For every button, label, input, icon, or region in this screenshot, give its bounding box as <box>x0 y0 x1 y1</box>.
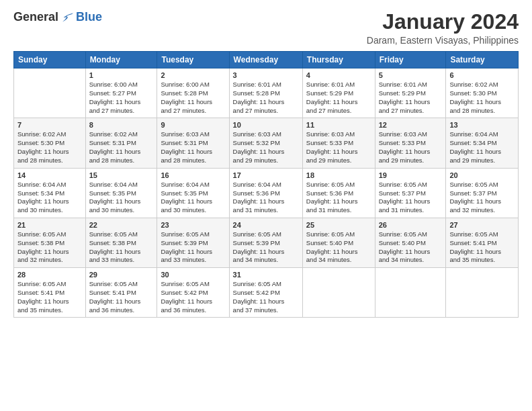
calendar-cell: 4Sunrise: 6:01 AM Sunset: 5:29 PM Daylig… <box>302 68 375 118</box>
day-number: 17 <box>233 171 299 179</box>
day-number: 25 <box>306 221 371 229</box>
day-number: 14 <box>17 171 82 179</box>
calendar-header-saturday: Saturday <box>446 52 519 68</box>
day-number: 29 <box>89 271 154 279</box>
calendar-cell: 10Sunrise: 6:03 AM Sunset: 5:32 PM Dayli… <box>229 118 302 168</box>
calendar-cell: 15Sunrise: 6:04 AM Sunset: 5:35 PM Dayli… <box>85 168 157 218</box>
logo-text: General Blue <box>13 10 102 24</box>
calendar-cell: 19Sunrise: 6:05 AM Sunset: 5:37 PM Dayli… <box>375 168 446 218</box>
calendar-cell: 25Sunrise: 6:05 AM Sunset: 5:40 PM Dayli… <box>302 218 375 267</box>
calendar-header-row: SundayMondayTuesdayWednesdayThursdayFrid… <box>14 52 519 68</box>
day-info: Sunrise: 6:04 AM Sunset: 5:34 PM Dayligh… <box>17 181 82 215</box>
page: General Blue January 2024 Daram, Eastern… <box>0 0 532 411</box>
day-info: Sunrise: 6:05 AM Sunset: 5:39 PM Dayligh… <box>161 230 225 265</box>
day-info: Sunrise: 6:05 AM Sunset: 5:40 PM Dayligh… <box>306 230 371 265</box>
day-number: 26 <box>379 221 443 229</box>
day-number: 21 <box>17 221 82 229</box>
calendar-header-wednesday: Wednesday <box>229 52 302 68</box>
day-number: 28 <box>17 271 82 279</box>
calendar-header-friday: Friday <box>375 52 446 68</box>
day-info: Sunrise: 6:05 AM Sunset: 5:36 PM Dayligh… <box>306 181 371 215</box>
day-info: Sunrise: 6:05 AM Sunset: 5:37 PM Dayligh… <box>449 181 515 215</box>
day-number: 10 <box>233 121 299 129</box>
day-number: 5 <box>379 71 443 79</box>
logo-blue: Blue <box>76 10 102 24</box>
location-title: Daram, Eastern Visayas, Philippines <box>367 35 519 46</box>
day-number: 3 <box>233 71 299 79</box>
logo-general: General <box>13 10 58 24</box>
calendar-cell: 28Sunrise: 6:05 AM Sunset: 5:41 PM Dayli… <box>14 268 86 318</box>
day-info: Sunrise: 6:01 AM Sunset: 5:29 PM Dayligh… <box>306 81 371 115</box>
day-number: 9 <box>161 121 225 129</box>
day-info: Sunrise: 6:05 AM Sunset: 5:42 PM Dayligh… <box>233 280 299 314</box>
calendar-cell <box>14 68 86 118</box>
calendar-cell: 30Sunrise: 6:05 AM Sunset: 5:42 PM Dayli… <box>157 268 229 318</box>
day-info: Sunrise: 6:02 AM Sunset: 5:30 PM Dayligh… <box>17 130 82 165</box>
calendar-header-tuesday: Tuesday <box>157 52 229 68</box>
calendar-cell: 29Sunrise: 6:05 AM Sunset: 5:41 PM Dayli… <box>85 268 157 318</box>
day-info: Sunrise: 6:02 AM Sunset: 5:30 PM Dayligh… <box>449 81 515 115</box>
day-info: Sunrise: 6:04 AM Sunset: 5:35 PM Dayligh… <box>89 181 154 215</box>
calendar-cell <box>375 268 446 318</box>
calendar-cell: 8Sunrise: 6:02 AM Sunset: 5:31 PM Daylig… <box>85 118 157 168</box>
calendar-cell: 12Sunrise: 6:03 AM Sunset: 5:33 PM Dayli… <box>375 118 446 168</box>
calendar-cell: 2Sunrise: 6:00 AM Sunset: 5:28 PM Daylig… <box>157 68 229 118</box>
logo: General Blue <box>13 10 102 24</box>
calendar-week-5: 28Sunrise: 6:05 AM Sunset: 5:41 PM Dayli… <box>14 268 519 318</box>
day-number: 31 <box>233 271 299 279</box>
day-info: Sunrise: 6:01 AM Sunset: 5:29 PM Dayligh… <box>379 81 443 115</box>
calendar-cell: 21Sunrise: 6:05 AM Sunset: 5:38 PM Dayli… <box>14 218 86 267</box>
calendar-cell: 3Sunrise: 6:01 AM Sunset: 5:28 PM Daylig… <box>229 68 302 118</box>
day-number: 24 <box>233 221 299 229</box>
calendar-cell <box>302 268 375 318</box>
calendar-table: SundayMondayTuesdayWednesdayThursdayFrid… <box>13 51 519 318</box>
day-number: 11 <box>306 121 371 129</box>
calendar-cell: 27Sunrise: 6:05 AM Sunset: 5:41 PM Dayli… <box>446 218 519 267</box>
day-number: 2 <box>161 71 225 79</box>
header: General Blue January 2024 Daram, Eastern… <box>13 10 519 46</box>
day-number: 6 <box>449 71 515 79</box>
calendar-cell: 20Sunrise: 6:05 AM Sunset: 5:37 PM Dayli… <box>446 168 519 218</box>
day-info: Sunrise: 6:05 AM Sunset: 5:40 PM Dayligh… <box>379 230 443 265</box>
calendar-cell: 18Sunrise: 6:05 AM Sunset: 5:36 PM Dayli… <box>302 168 375 218</box>
day-info: Sunrise: 6:00 AM Sunset: 5:27 PM Dayligh… <box>89 81 154 115</box>
day-info: Sunrise: 6:00 AM Sunset: 5:28 PM Dayligh… <box>161 81 225 115</box>
day-info: Sunrise: 6:01 AM Sunset: 5:28 PM Dayligh… <box>233 81 299 115</box>
calendar-header-thursday: Thursday <box>302 52 375 68</box>
day-number: 20 <box>449 171 515 179</box>
calendar-cell: 23Sunrise: 6:05 AM Sunset: 5:39 PM Dayli… <box>157 218 229 267</box>
day-number: 7 <box>17 121 82 129</box>
day-number: 1 <box>89 71 154 79</box>
calendar-cell: 26Sunrise: 6:05 AM Sunset: 5:40 PM Dayli… <box>375 218 446 267</box>
day-number: 8 <box>89 121 154 129</box>
day-number: 16 <box>161 171 225 179</box>
day-info: Sunrise: 6:05 AM Sunset: 5:39 PM Dayligh… <box>233 230 299 265</box>
day-number: 15 <box>89 171 154 179</box>
day-info: Sunrise: 6:02 AM Sunset: 5:31 PM Dayligh… <box>89 130 154 165</box>
day-number: 23 <box>161 221 225 229</box>
calendar-cell: 22Sunrise: 6:05 AM Sunset: 5:38 PM Dayli… <box>85 218 157 267</box>
day-info: Sunrise: 6:05 AM Sunset: 5:41 PM Dayligh… <box>449 230 515 265</box>
day-number: 19 <box>379 171 443 179</box>
day-info: Sunrise: 6:04 AM Sunset: 5:35 PM Dayligh… <box>161 181 225 215</box>
calendar-cell: 24Sunrise: 6:05 AM Sunset: 5:39 PM Dayli… <box>229 218 302 267</box>
calendar-header-sunday: Sunday <box>14 52 86 68</box>
day-info: Sunrise: 6:05 AM Sunset: 5:38 PM Dayligh… <box>89 230 154 265</box>
calendar-cell: 9Sunrise: 6:03 AM Sunset: 5:31 PM Daylig… <box>157 118 229 168</box>
day-info: Sunrise: 6:05 AM Sunset: 5:41 PM Dayligh… <box>17 280 82 314</box>
calendar-cell: 17Sunrise: 6:04 AM Sunset: 5:36 PM Dayli… <box>229 168 302 218</box>
calendar-header-monday: Monday <box>85 52 157 68</box>
day-info: Sunrise: 6:05 AM Sunset: 5:41 PM Dayligh… <box>89 280 154 314</box>
calendar-week-4: 21Sunrise: 6:05 AM Sunset: 5:38 PM Dayli… <box>14 218 519 267</box>
calendar-cell: 13Sunrise: 6:04 AM Sunset: 5:34 PM Dayli… <box>446 118 519 168</box>
day-number: 12 <box>379 121 443 129</box>
calendar-cell: 6Sunrise: 6:02 AM Sunset: 5:30 PM Daylig… <box>446 68 519 118</box>
day-number: 13 <box>449 121 515 129</box>
logo-bird-icon <box>61 12 75 23</box>
day-info: Sunrise: 6:05 AM Sunset: 5:37 PM Dayligh… <box>379 181 443 215</box>
calendar-week-2: 7Sunrise: 6:02 AM Sunset: 5:30 PM Daylig… <box>14 118 519 168</box>
day-info: Sunrise: 6:03 AM Sunset: 5:33 PM Dayligh… <box>379 130 443 165</box>
day-info: Sunrise: 6:03 AM Sunset: 5:31 PM Dayligh… <box>161 130 225 165</box>
day-info: Sunrise: 6:03 AM Sunset: 5:33 PM Dayligh… <box>306 130 371 165</box>
month-title: January 2024 <box>367 10 519 34</box>
